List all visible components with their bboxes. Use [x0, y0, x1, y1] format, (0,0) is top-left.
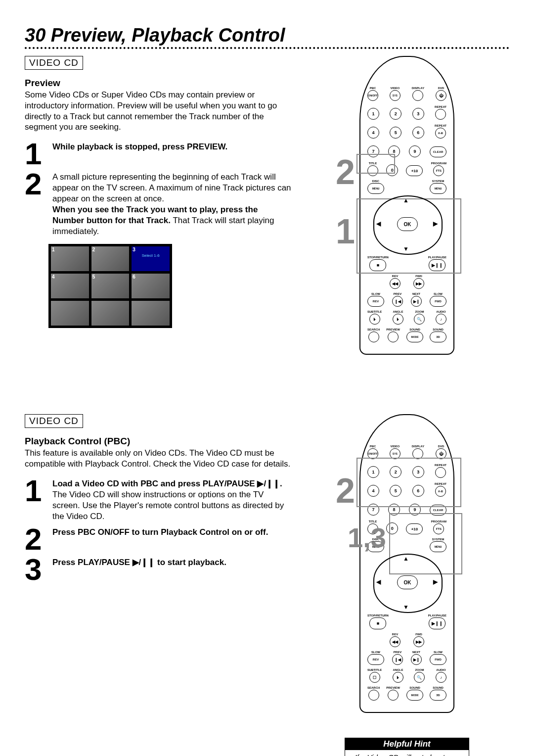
pbc-step-3: 3 Press PLAY/PAUSE ▶/❙❙ to start playbac…: [25, 557, 292, 582]
pbc-step1-bold: Load a Video CD with PBC and press PLAY/…: [52, 479, 282, 488]
lbl-search: SEARCH: [367, 328, 380, 331]
btn-3[interactable]: 3: [412, 108, 424, 120]
thumb-2: 2: [91, 246, 130, 271]
btn-zoom[interactable]: 🔍: [414, 314, 425, 325]
btn-search[interactable]: [368, 331, 379, 342]
btn-slow-fwd-2[interactable]: FWD: [430, 654, 446, 665]
lbl-repeat: REPEAT: [435, 105, 446, 108]
nav-left-2[interactable]: ◀: [376, 578, 381, 585]
pbc-step-2: 2 Press PBC ON/OFF to turn Playback Cont…: [25, 527, 292, 552]
btn-6[interactable]: 6: [412, 127, 424, 139]
btn-plus10[interactable]: +10: [406, 165, 423, 176]
btn-prev[interactable]: ❙◀: [392, 296, 403, 307]
lbl-sound-3d: SOUND: [433, 328, 444, 331]
lbl-display: DISPLAY: [412, 87, 424, 90]
btn-search-2[interactable]: [368, 690, 379, 701]
btn-fts[interactable]: FTS: [433, 165, 444, 176]
nav-left-icon[interactable]: ◀: [376, 220, 381, 227]
nav-right-icon[interactable]: ▶: [433, 220, 438, 227]
btn-4[interactable]: 4: [367, 127, 379, 139]
nav-pad: ▲ ▼ ◀ ▶ OK: [367, 197, 446, 252]
lbl-program: PROGRAM: [431, 162, 446, 165]
btn-angle[interactable]: ⏵: [393, 314, 403, 325]
btn-2[interactable]: 2: [390, 108, 401, 120]
btn-ab[interactable]: A·B: [435, 128, 446, 139]
btn-system-menu[interactable]: MENU: [430, 183, 446, 194]
btn-subtitle[interactable]: ⏵: [369, 314, 380, 325]
lbl-zoom: ZOOM: [415, 310, 424, 313]
btn-next[interactable]: ▶❙: [411, 296, 422, 307]
nav-right-2[interactable]: ▶: [433, 578, 438, 585]
btn-ok[interactable]: OK: [397, 217, 418, 231]
btn-dvd-power[interactable]: ⏻: [436, 90, 446, 101]
nav-up-icon[interactable]: ▲: [403, 197, 409, 204]
thumb-8: [91, 301, 130, 326]
lbl-subtitle: SUBTITLE: [367, 310, 382, 313]
callout-2: 2: [336, 155, 355, 189]
page-title: 30 Preview, Playback Control: [25, 25, 509, 46]
lbl-slow-rev: SLOW: [371, 292, 380, 295]
lbl-slow-fwd: SLOW: [434, 292, 443, 295]
btn-clear[interactable]: CLEAR: [430, 146, 446, 157]
nav-pad-2: ▲ ▼ ◀ ▶ OK: [367, 556, 446, 610]
btn-slow-rev-2[interactable]: REV: [367, 654, 384, 665]
helpful-hint-title: Helpful Hint: [345, 738, 469, 750]
lbl-preview: PREVIEW: [386, 328, 400, 331]
btn-fwd[interactable]: ▶▶: [413, 278, 424, 289]
nav-down-icon[interactable]: ▼: [403, 245, 409, 252]
btn-sound-mode[interactable]: MODE: [406, 331, 423, 342]
play-pause-icon: ▶/❙❙: [133, 558, 155, 567]
btn-audio[interactable]: ♪: [436, 314, 446, 325]
step-1: 1 While playback is stopped, press PREVI…: [25, 142, 292, 167]
btn-1[interactable]: 1: [367, 108, 379, 120]
btn-display[interactable]: [412, 90, 423, 101]
btn-stop-2[interactable]: ■: [369, 617, 386, 629]
btn-zoom-2[interactable]: 🔍: [414, 672, 425, 683]
step-number-2: 2: [25, 172, 47, 237]
thumb-4: 4: [51, 274, 89, 298]
lbl-fwd: FWD: [415, 275, 422, 278]
btn-rev[interactable]: ◀◀: [390, 278, 400, 289]
dotted-rule: [25, 47, 509, 49]
step1-text: While playback is stopped, press PREVIEW…: [52, 142, 227, 151]
btn-disc-menu[interactable]: MENU: [367, 183, 384, 194]
nav-up-2[interactable]: ▲: [403, 555, 409, 562]
callout-13: 1,3: [348, 524, 386, 552]
btn-preview[interactable]: [388, 331, 399, 342]
section-preview: VIDEO CD Preview Some Video CDs or Super…: [25, 56, 509, 355]
btn-slow-rev[interactable]: REV: [367, 296, 384, 307]
btn-5[interactable]: 5: [390, 127, 401, 139]
btn-repeat[interactable]: [435, 109, 446, 120]
btn-9[interactable]: 9: [409, 145, 421, 157]
nav-down-2[interactable]: ▼: [403, 604, 409, 611]
btn-subtitle-2[interactable]: ☐: [369, 672, 380, 683]
btn-ok-2[interactable]: OK: [397, 575, 418, 589]
btn-sound-3d-2[interactable]: 3D: [430, 690, 446, 701]
btn-angle-2[interactable]: ⏵: [393, 672, 403, 683]
btn-fwd-2[interactable]: ▶▶: [413, 636, 424, 647]
intro-preview: Some Video CDs or Super Video CDs may co…: [25, 90, 292, 133]
btn-next-2[interactable]: ▶❙: [411, 654, 422, 665]
lbl-next: NEXT: [412, 292, 420, 295]
callout-box-2: [356, 154, 395, 174]
lbl-pbc: PBC: [370, 87, 376, 90]
btn-audio-2[interactable]: ♪: [436, 672, 446, 683]
thumb-6: 6: [132, 274, 170, 298]
callout-1: 1: [336, 214, 355, 249]
btn-pbc[interactable]: ON/OFF: [367, 90, 378, 101]
pbc-step2-text: Press PBC ON/OFF to turn Playback Contro…: [52, 527, 268, 537]
btn-play-pause-2[interactable]: ▶❙❙: [429, 617, 445, 629]
btn-sound-3d[interactable]: 3D: [430, 331, 446, 342]
btn-slow-fwd[interactable]: FWD: [430, 296, 446, 307]
btn-sound-mode-2[interactable]: MODE: [406, 690, 423, 701]
btn-prev-2[interactable]: ❙◀: [392, 654, 403, 665]
lbl-video: VIDEO: [391, 87, 400, 90]
btn-rev-2[interactable]: ◀◀: [390, 636, 400, 647]
badge-video-cd-2: VIDEO CD: [25, 414, 83, 428]
pbc-step-1: 1 Load a Video CD with PBC and press PLA…: [25, 478, 292, 522]
pbc-step1-rest: The Video CD will show instructions or o…: [52, 490, 284, 521]
btn-preview-2[interactable]: [388, 690, 399, 701]
heading-pbc: Playback Control (PBC): [25, 436, 292, 447]
remote-control-diagram-2: 2 1,3 PBCON/OFF VIDEOSYS DISPLAY DVD⏻ 1 …: [359, 414, 454, 713]
btn-video-sys[interactable]: SYS: [390, 90, 400, 101]
